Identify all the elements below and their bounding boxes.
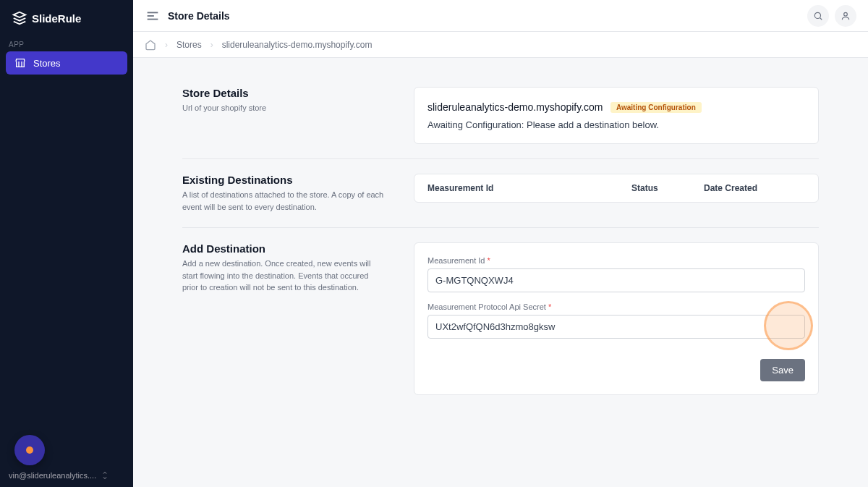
chat-dot-icon — [26, 446, 33, 454]
nav-section-label: APP — [0, 36, 133, 51]
store-details-card: slideruleanalytics-demo.myshopify.com Aw… — [414, 87, 819, 144]
breadcrumb-separator: › — [165, 40, 168, 50]
breadcrumb-current: slideruleanalytics-demo.myshopify.com — [222, 40, 373, 50]
sidebar-footer[interactable]: vin@slideruleanalytics.... — [0, 464, 133, 487]
user-menu[interactable] — [835, 5, 856, 27]
section-title: Store Details — [182, 87, 385, 99]
th-status: Status — [631, 183, 704, 193]
save-button[interactable]: Save — [760, 359, 805, 381]
search-icon — [813, 11, 823, 21]
th-date: Date Created — [704, 183, 805, 193]
sidebar-item-label: Stores — [33, 58, 61, 69]
destinations-table: Measurement Id Status Date Created — [414, 174, 819, 203]
topbar: Store Details — [133, 0, 868, 32]
section-title: Existing Destinations — [182, 174, 385, 186]
main: Store Details › Stores › slideruleanalyt… — [133, 0, 868, 487]
section-desc: Add a new destination. Once created, new… — [182, 258, 385, 294]
svg-line-4 — [820, 17, 822, 20]
section-store-details: Store Details Url of your shopify store … — [182, 72, 819, 159]
breadcrumb-separator: › — [210, 40, 213, 50]
sliderule-logo-icon — [12, 10, 27, 26]
add-destination-form: Measurement Id * Measurement Protocol Ap… — [414, 242, 819, 395]
status-badge: Awaiting Configuration — [610, 102, 702, 113]
switch-icon — [101, 471, 109, 480]
search-button[interactable] — [807, 5, 829, 27]
sidebar-item-stores[interactable]: Stores — [6, 51, 127, 75]
breadcrumb-stores[interactable]: Stores — [176, 40, 202, 50]
sidebar: SlideRule APP Stores vin@slideruleanalyt… — [0, 0, 133, 487]
section-existing: Existing Destinations A list of destinat… — [182, 159, 819, 228]
section-add-destination: Add Destination Add a new destination. O… — [182, 228, 819, 410]
measurement-id-input[interactable] — [427, 268, 805, 292]
section-desc: Url of your shopify store — [182, 102, 385, 114]
section-title: Add Destination — [182, 242, 385, 255]
home-icon[interactable] — [145, 39, 156, 51]
content: Store Details Url of your shopify store … — [139, 58, 862, 424]
footer-email: vin@slideruleanalytics.... — [9, 471, 96, 480]
mid-label: Measurement Id * — [427, 256, 805, 265]
menu-toggle-icon[interactable] — [145, 8, 161, 24]
api-secret-input[interactable] — [427, 315, 805, 339]
user-icon — [841, 11, 851, 21]
secret-label: Measurement Protocol Api Secret * — [427, 302, 805, 311]
logo[interactable]: SlideRule — [0, 0, 133, 36]
table-header: Measurement Id Status Date Created — [414, 174, 818, 202]
store-status-text: Awaiting Configuration: Please add a des… — [427, 119, 805, 130]
chat-widget[interactable] — [14, 435, 45, 465]
page-title: Store Details — [168, 10, 230, 22]
breadcrumb: › Stores › slideruleanalytics-demo.mysho… — [133, 32, 868, 58]
svg-point-3 — [814, 12, 820, 18]
logo-text: SlideRule — [32, 12, 81, 25]
store-url: slideruleanalytics-demo.myshopify.com — [427, 101, 603, 113]
th-measurement-id: Measurement Id — [427, 183, 631, 193]
store-icon — [14, 57, 26, 69]
svg-point-5 — [844, 12, 848, 16]
section-desc: A list of destinations attached to the s… — [182, 189, 385, 213]
